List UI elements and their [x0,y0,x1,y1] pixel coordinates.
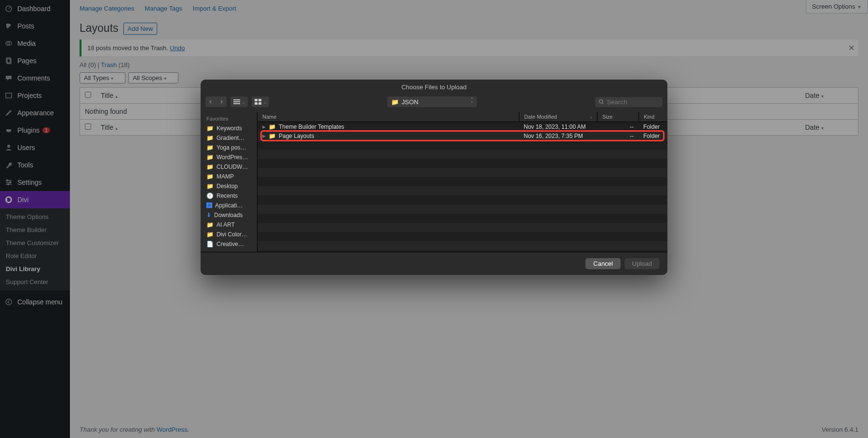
favorite-label: Desktop [217,183,238,190]
favorite-item[interactable]: 📁Keywords [201,123,257,133]
folder-icon: 📁 [206,173,214,180]
favorite-item[interactable]: 📄Creative… [201,239,257,249]
column-kind-header[interactable]: Kind [638,112,667,122]
favorite-label: Keywords [217,125,242,132]
folder-icon: 📁 [391,98,399,106]
column-date-header[interactable]: Date Modified⌵ [519,112,597,122]
folder-icon: 📁 [269,123,276,130]
chevron-down-icon: ⌵ [263,99,266,105]
favorite-label: WordPres… [217,154,248,161]
search-field[interactable] [595,97,663,107]
download-icon: ⬇ [206,212,211,219]
folder-icon: 📁 [206,135,214,141]
svg-rect-15 [255,99,258,101]
file-date: Nov 18, 2023, 11:00 AM [519,123,597,130]
file-date: Nov 16, 2023, 7:35 PM [519,133,597,139]
folder-icon: 📁 [206,231,214,238]
empty-row [258,195,667,205]
file-size: -- [597,133,638,139]
favorite-item[interactable]: 📁AI ART [201,220,257,230]
empty-row [258,150,667,159]
empty-row [258,168,667,177]
empty-row [258,159,667,168]
file-list-header: Name Date Modified⌵ Size Kind [258,112,667,122]
chevron-right-icon: ▶ [262,124,266,129]
svg-rect-14 [233,103,240,104]
sort-desc-icon: ⌵ [590,114,592,119]
file-name: Page Layouts [279,133,314,139]
svg-rect-16 [258,99,261,101]
file-picker-dialog: Choose Files to Upload ⌵ ⌵ 📁 JSON ˄˅ Fav… [201,80,667,275]
favorite-label: CLOUDW… [217,164,248,170]
favorite-item[interactable]: 🕘Recents [201,191,257,201]
search-input[interactable] [607,98,659,106]
file-size: -- [597,123,638,130]
empty-row [258,241,667,250]
favorite-label: Downloads [214,212,243,219]
modal-overlay: Choose Files to Upload ⌵ ⌵ 📁 JSON ˄˅ Fav… [0,0,868,438]
favorites-heading: Favorites [201,116,257,123]
favorite-item[interactable]: 🅰Applicati… [201,201,257,210]
svg-rect-17 [255,102,258,105]
favorite-label: Divi Color… [217,231,247,238]
favorite-label: Recents [217,192,238,199]
favorite-item[interactable]: ⬇Downloads [201,210,257,220]
dialog-footer: Cancel Upload [201,252,667,275]
nav-forward-button[interactable] [216,96,227,107]
clock-icon: 🕘 [206,192,214,199]
empty-row [258,214,667,223]
file-rows-container: ▶📁Theme Builder TemplatesNov 18, 2023, 1… [258,122,667,252]
dialog-toolbar: ⌵ ⌵ 📁 JSON ˄˅ [201,95,667,112]
folder-icon: 📁 [206,164,214,170]
favorite-item[interactable]: 📁Gradient… [201,133,257,143]
column-name-header[interactable]: Name [258,112,519,122]
current-folder-name: JSON [402,98,419,106]
folder-icon: 📁 [206,144,214,151]
svg-rect-12 [233,99,240,100]
folder-icon: 📁 [206,154,214,161]
favorite-item[interactable]: 📁CLOUDW… [201,162,257,172]
folder-icon: 📁 [269,133,276,139]
chevron-right-icon: ▶ [262,134,266,138]
path-selector[interactable]: 📁 JSON ˄˅ [387,96,477,107]
svg-point-19 [599,100,603,103]
file-row[interactable]: ▶📁Theme Builder TemplatesNov 18, 2023, 1… [258,122,667,131]
favorites-panel: Favorites 📁Keywords📁Gradient…📁Yoga pos…📁… [201,112,258,252]
view-grid-button[interactable]: ⌵ [252,96,269,107]
chevron-down-icon: ⌵ [242,99,245,105]
folder-icon: 📁 [206,125,214,132]
empty-row [258,205,667,214]
apps-icon: 🅰 [206,202,212,209]
empty-row [258,177,667,186]
cancel-button[interactable]: Cancel [585,258,620,269]
favorite-label: MAMP [217,173,234,180]
column-size-header[interactable]: Size [597,112,638,122]
favorite-label: AI ART [217,221,235,228]
nav-back-button[interactable] [205,96,216,107]
svg-rect-18 [258,102,261,105]
favorite-label: Yoga pos… [217,144,246,151]
folder-icon: 📁 [206,183,214,190]
dialog-body: Favorites 📁Keywords📁Gradient…📁Yoga pos…📁… [201,112,667,252]
upload-button[interactable]: Upload [624,258,660,269]
empty-row [258,186,667,195]
favorite-item[interactable]: 📁Yoga pos… [201,143,257,152]
updown-icon: ˄˅ [471,98,473,106]
view-list-button[interactable]: ⌵ [231,96,248,107]
dialog-title: Choose Files to Upload [201,80,667,95]
empty-row [258,140,667,150]
search-icon [599,99,604,105]
doc-icon: 📄 [206,241,214,247]
nav-buttons [205,96,227,107]
svg-rect-13 [233,101,240,102]
favorite-item[interactable]: 📁MAMP [201,172,257,181]
empty-row [258,232,667,241]
file-kind: Folder [638,133,667,139]
favorite-label: Creative… [217,241,244,247]
favorite-item[interactable]: 📁Divi Color… [201,230,257,239]
favorite-item[interactable]: 📁Desktop [201,181,257,191]
folder-icon: 📁 [206,221,214,228]
favorite-item[interactable]: 📁WordPres… [201,152,257,162]
file-list-panel: Name Date Modified⌵ Size Kind ▶📁Theme Bu… [258,112,667,252]
file-row[interactable]: ▶📁Page LayoutsNov 16, 2023, 7:35 PM--Fol… [258,131,667,140]
